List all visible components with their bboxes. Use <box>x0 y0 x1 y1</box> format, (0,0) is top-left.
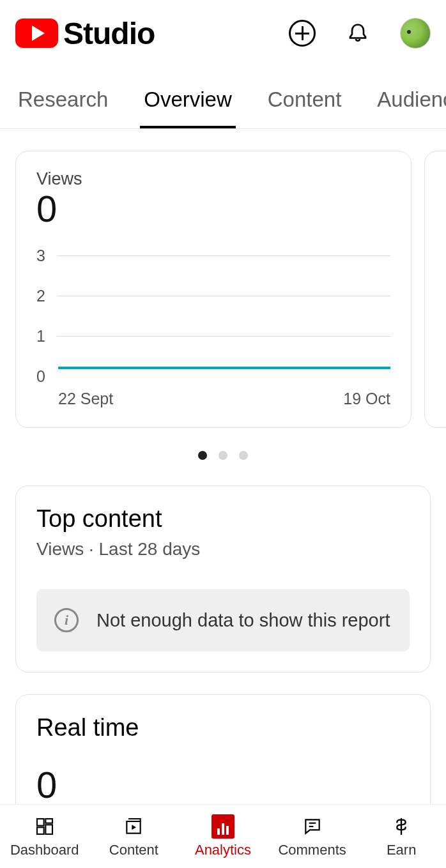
logo[interactable]: Studio <box>15 16 155 51</box>
bottom-nav: Dashboard Content Analytics Comments <box>0 804 446 868</box>
top-content-title: Top content <box>36 505 410 533</box>
top-content-subtitle: Views · Last 28 days <box>36 539 410 560</box>
pager-dot-2[interactable] <box>239 451 248 460</box>
nav-label: Content <box>109 842 158 858</box>
svg-rect-0 <box>37 819 44 826</box>
empty-state-message: Not enough data to show this report <box>96 610 390 631</box>
analytics-tabs: Research Overview Content Audience <box>0 66 446 129</box>
bell-icon <box>346 20 369 46</box>
nav-earn[interactable]: Earn <box>357 805 446 868</box>
tab-research[interactable]: Research <box>18 88 108 128</box>
youtube-logo-icon <box>15 19 58 48</box>
comments-icon <box>301 815 324 838</box>
content-icon <box>122 815 145 838</box>
views-card[interactable]: Views 0 3 2 1 0 22 Sept 19 Oct <box>15 151 411 428</box>
top-content-card: Top content Views · Last 28 days i Not e… <box>15 485 431 673</box>
avatar[interactable] <box>400 18 431 49</box>
y-tick: 0 <box>36 367 45 386</box>
next-metric-card-peek[interactable] <box>424 151 446 428</box>
nav-analytics[interactable]: Analytics <box>178 805 268 868</box>
tab-audience[interactable]: Audience <box>377 88 446 128</box>
y-tick: 3 <box>36 247 45 265</box>
empty-state-banner: i Not enough data to show this report <box>36 589 410 651</box>
svg-rect-3 <box>37 827 44 834</box>
earn-icon <box>390 815 413 838</box>
info-icon: i <box>54 608 79 632</box>
y-tick: 1 <box>36 327 45 346</box>
pager-dot-0[interactable] <box>198 451 207 460</box>
y-tick: 2 <box>36 287 45 305</box>
analytics-icon <box>211 815 235 838</box>
tab-content[interactable]: Content <box>268 88 342 128</box>
realtime-card: Real time 0 <box>15 694 431 804</box>
nav-label: Dashboard <box>10 842 79 858</box>
nav-dashboard[interactable]: Dashboard <box>0 805 89 868</box>
svg-rect-1 <box>45 819 52 823</box>
main-content: Views 0 3 2 1 0 22 Sept 19 Oct <box>0 129 446 804</box>
nav-label: Comments <box>278 842 346 858</box>
nav-label: Analytics <box>195 842 251 858</box>
nav-label: Earn <box>387 842 416 858</box>
create-button[interactable] <box>289 20 316 47</box>
dashboard-icon <box>33 815 56 838</box>
logo-text: Studio <box>63 16 155 51</box>
notifications-button[interactable] <box>346 20 369 46</box>
svg-rect-2 <box>45 825 52 834</box>
tab-overview[interactable]: Overview <box>144 88 232 128</box>
nav-content[interactable]: Content <box>89 805 179 868</box>
chart-data-line <box>58 367 390 369</box>
views-chart: 3 2 1 0 <box>36 247 390 406</box>
carousel-pager <box>15 451 431 460</box>
views-card-value: 0 <box>36 190 390 227</box>
pager-dot-1[interactable] <box>219 451 227 460</box>
realtime-value: 0 <box>36 763 410 804</box>
header: Studio <box>0 0 446 66</box>
views-card-title: Views <box>36 169 390 189</box>
realtime-title: Real time <box>36 714 410 742</box>
nav-comments[interactable]: Comments <box>268 805 357 868</box>
